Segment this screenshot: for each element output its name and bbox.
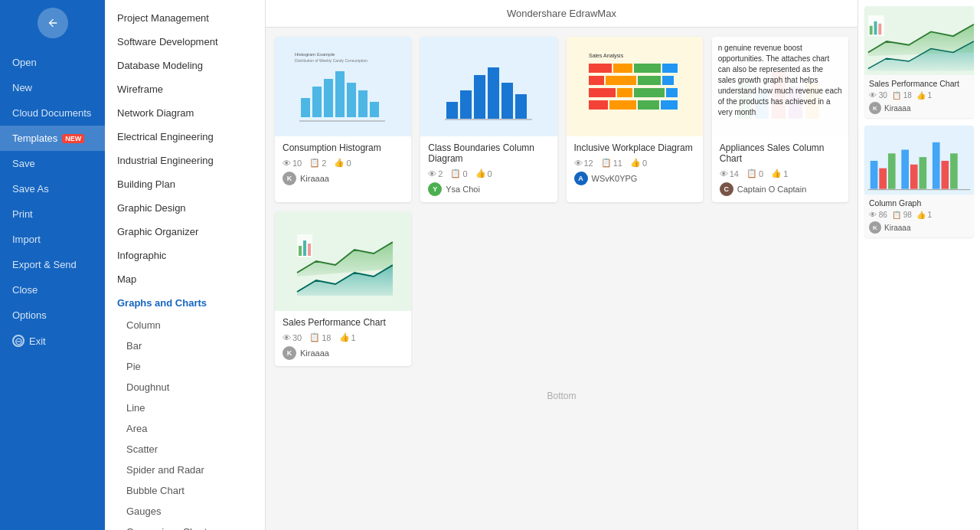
nav-wireframe[interactable]: Wireframe — [105, 77, 265, 101]
nav-graphic-design[interactable]: Graphic Design — [105, 196, 265, 220]
svg-text:Sales Analysis: Sales Analysis — [589, 53, 624, 59]
nav-sub-bubble[interactable]: Bubble Chart — [105, 480, 265, 501]
nav-sub-doughnut[interactable]: Doughnut — [105, 377, 265, 398]
copies-stat: 📋 2 — [309, 158, 326, 168]
nav-sub-pie[interactable]: Pie — [105, 356, 265, 377]
sidebar-item-print[interactable]: Print — [0, 201, 105, 227]
nav-network-diagram[interactable]: Network Diagram — [105, 101, 265, 125]
template-card-sales[interactable]: Sales Performance Chart 👁 30 📋 18 👍 1 K … — [275, 211, 411, 366]
title-bar: Wondershare EdrawMax — [266, 0, 858, 28]
sidebar-item-save[interactable]: Save — [0, 151, 105, 176]
sidebar-item-new[interactable]: New — [0, 75, 105, 100]
author-avatar-class: Y — [428, 182, 442, 196]
svg-rect-18 — [589, 64, 612, 73]
close-label: Close — [12, 284, 38, 296]
rc-copies2: 📋 98 — [892, 211, 912, 219]
right-card-sales-perf[interactable]: Sales Performance Chart 👁 30 📋 18 👍 1 K … — [864, 6, 974, 118]
template-card-class-boundaries[interactable]: Class Boundaries Column Diagram 👁 2 📋 0 … — [420, 37, 557, 202]
overlay-text: n genuine revenue boost opportunities. T… — [712, 37, 848, 136]
sidebar-item-templates[interactable]: Templates NEW — [0, 126, 105, 151]
svg-rect-43 — [303, 240, 306, 256]
card-title-class: Class Boundaries Column Diagram — [428, 142, 549, 164]
sidebar-item-export[interactable]: Export & Send — [0, 252, 105, 277]
svg-rect-13 — [488, 67, 499, 119]
right-panel: Sales Performance Chart 👁 30 📋 18 👍 1 K … — [858, 0, 980, 530]
author-name-appliances: Captain O Captain — [737, 185, 807, 194]
sidebar-item-cloud[interactable]: Cloud Documents — [0, 100, 105, 126]
card-stats-appliances: 👁 14 📋 0 👍 1 — [720, 168, 841, 178]
nav-graphs-charts[interactable]: Graphs and Charts — [105, 291, 265, 315]
card-title-sales: Sales Performance Chart — [283, 317, 403, 328]
views-stat: 👁 2 — [428, 168, 443, 178]
svg-rect-42 — [299, 246, 302, 256]
author-name-inclusive: WSvK0YPG — [592, 174, 638, 183]
rc-author-name-column: Kiraaaa — [884, 224, 910, 232]
nav-database-modeling[interactable]: Database Modeling — [105, 54, 265, 77]
svg-rect-3 — [312, 87, 322, 117]
nav-electrical-engineering[interactable]: Electrical Engineering — [105, 125, 265, 149]
nav-building-plan[interactable]: Building Plan — [105, 172, 265, 196]
card-preview-inclusive: Sales Analysis — [567, 37, 703, 136]
save-as-label: Save As — [12, 183, 49, 195]
right-card-author-sales-perf: K Kiraaaa — [869, 102, 969, 114]
author-name-histogram: Kiraaaa — [300, 174, 329, 183]
nav-industrial-engineering[interactable]: Industrial Engineering — [105, 149, 265, 172]
right-card-preview-sales-perf — [864, 6, 974, 75]
sidebar-item-save-as[interactable]: Save As — [0, 176, 105, 201]
card-stats-class: 👁 2 📋 0 👍 0 — [428, 168, 549, 178]
nav-graphic-organizer[interactable]: Graphic Organizer — [105, 220, 265, 244]
nav-sub-gauges[interactable]: Gauges — [105, 501, 265, 522]
right-card-stats-sales-perf: 👁 30 📋 18 👍 1 — [869, 91, 969, 100]
print-label: Print — [12, 208, 33, 220]
rc-copies: 📋 18 — [892, 91, 912, 100]
nav-map[interactable]: Map — [105, 267, 265, 291]
card-stats-histogram: 👁 10 📋 2 👍 0 — [283, 158, 403, 168]
svg-rect-48 — [870, 26, 873, 35]
card-info-inclusive: Inclusive Workplace Diagram 👁 12 📋 11 👍 … — [567, 136, 703, 191]
svg-rect-58 — [941, 161, 949, 189]
nav-sub-spider[interactable]: Spider and Radar — [105, 460, 265, 480]
sidebar-item-exit[interactable]: ⊖ Exit — [0, 328, 105, 354]
right-card-column-graph[interactable]: Column Graph 👁 86 📋 98 👍 1 K Kiraaaa — [864, 126, 974, 237]
sidebar-item-import[interactable]: Import — [0, 227, 105, 252]
nav-sub-bar[interactable]: Bar — [105, 335, 265, 356]
sidebar-item-options[interactable]: Options — [0, 303, 105, 328]
nav-sub-column[interactable]: Column — [105, 315, 265, 335]
new-label: New — [12, 82, 32, 93]
author-avatar-sales: K — [283, 346, 296, 360]
nav-infographic[interactable]: Infographic — [105, 244, 265, 267]
svg-rect-20 — [634, 64, 661, 73]
nav-sub-comparison[interactable]: Comparison Chart — [105, 522, 265, 530]
nav-sub-scatter[interactable]: Scatter — [105, 439, 265, 460]
svg-rect-56 — [920, 157, 927, 189]
export-label: Export & Send — [12, 259, 77, 270]
right-card-title-sales-perf: Sales Performance Chart — [869, 79, 969, 88]
template-card-inclusive[interactable]: Sales Analysis — [567, 37, 703, 202]
rc-views2: 👁 86 — [869, 211, 887, 219]
nav-project-management[interactable]: Project Management — [105, 6, 265, 30]
exit-icon: ⊖ — [12, 335, 24, 347]
likes-stat: 👍 0 — [334, 158, 351, 168]
nav-software-development[interactable]: Software Development — [105, 30, 265, 54]
author-name-sales: Kiraaaa — [300, 348, 329, 358]
sidebar-item-close[interactable]: Close — [0, 277, 105, 303]
card-preview-class — [420, 37, 557, 136]
nav-sub-area[interactable]: Area — [105, 418, 265, 439]
rc-likes2: 👍 1 — [916, 211, 932, 219]
svg-rect-11 — [460, 90, 472, 119]
sidebar-item-open[interactable]: Open — [0, 50, 105, 75]
card-stats-sales: 👁 30 📋 18 👍 1 — [283, 332, 403, 342]
svg-rect-59 — [950, 153, 958, 188]
svg-rect-15 — [515, 94, 527, 119]
import-label: Import — [12, 234, 41, 245]
template-card-appliances[interactable]: n genuine revenue boost opportunities. T… — [712, 37, 848, 202]
back-button[interactable] — [38, 8, 68, 38]
svg-rect-51 — [871, 161, 878, 189]
options-label: Options — [12, 309, 47, 321]
template-card-histogram[interactable]: Histogram Example Distribution of Weekly… — [275, 37, 411, 202]
card-title-appliances: Appliances Sales Column Chart — [720, 142, 841, 164]
svg-rect-49 — [874, 21, 877, 34]
nav-sub-line[interactable]: Line — [105, 398, 265, 418]
sidebar-menu: Open New Cloud Documents Templates NEW S… — [0, 50, 105, 354]
right-card-stats-column: 👁 86 📋 98 👍 1 — [869, 211, 969, 219]
